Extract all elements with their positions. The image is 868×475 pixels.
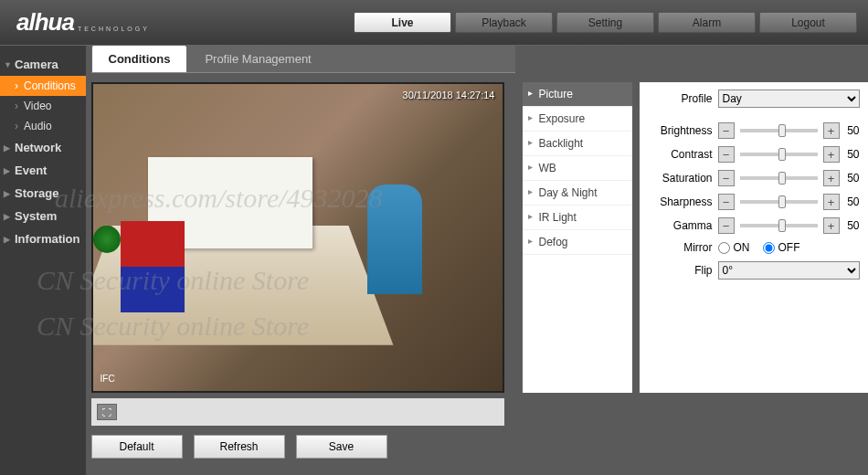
contrast-slider[interactable] <box>740 153 818 156</box>
flip-label: Flip <box>649 264 713 277</box>
sharpness-plus[interactable]: + <box>823 194 840 210</box>
sidebar-storage[interactable]: Storage <box>0 182 86 205</box>
gamma-minus[interactable]: − <box>718 217 735 234</box>
brightness-slider[interactable] <box>740 129 818 132</box>
nav-live[interactable]: Live <box>354 12 451 33</box>
mirror-on[interactable]: ON <box>718 241 750 254</box>
setting-daynight[interactable]: Day & Night <box>523 181 632 206</box>
saturation-value: 50 <box>840 172 860 185</box>
refresh-button[interactable]: Refresh <box>194 435 285 459</box>
sidebar-audio[interactable]: Audio <box>0 116 86 136</box>
logo: alhua <box>16 8 74 37</box>
saturation-slider[interactable] <box>740 176 818 180</box>
saturation-minus[interactable]: − <box>718 170 735 186</box>
saturation-label: Saturation <box>649 172 713 185</box>
brightness-plus[interactable]: + <box>823 122 840 139</box>
contrast-minus[interactable]: − <box>718 146 735 163</box>
settings-list: Picture Exposure Backlight WB Day & Nigh… <box>523 82 632 393</box>
fullscreen-icon[interactable]: ⛶ <box>97 404 117 420</box>
sharpness-value: 50 <box>840 195 860 208</box>
nav-logout[interactable]: Logout <box>759 12 857 33</box>
setting-irlight[interactable]: IR Light <box>523 206 632 230</box>
video-ifc-label: IFC <box>101 374 115 384</box>
sidebar-information[interactable]: Information <box>0 227 86 250</box>
nav-alarm[interactable]: Alarm <box>658 12 756 33</box>
gamma-value: 50 <box>840 219 860 232</box>
setting-exposure[interactable]: Exposure <box>523 107 632 132</box>
top-nav: Live Playback Setting Alarm Logout <box>350 12 857 33</box>
gamma-plus[interactable]: + <box>823 217 840 234</box>
sidebar-system[interactable]: System <box>0 205 86 227</box>
mirror-off[interactable]: OFF <box>763 241 800 254</box>
header: alhua TECHNOLOGY Live Playback Setting A… <box>0 0 868 46</box>
sidebar-network[interactable]: Network <box>0 136 86 159</box>
setting-backlight[interactable]: Backlight <box>523 132 632 156</box>
gamma-slider[interactable] <box>740 224 818 227</box>
brightness-minus[interactable]: − <box>718 122 735 139</box>
save-button[interactable]: Save <box>296 435 387 459</box>
sidebar-video[interactable]: Video <box>0 96 86 116</box>
sidebar-camera[interactable]: Camera <box>0 53 86 76</box>
contrast-value: 50 <box>840 148 860 161</box>
mirror-label: Mirror <box>649 241 713 254</box>
brightness-label: Brightness <box>649 124 713 137</box>
nav-playback[interactable]: Playback <box>455 12 553 33</box>
subtabs: Conditions Profile Management <box>91 46 515 73</box>
default-button[interactable]: Default <box>91 435 183 459</box>
saturation-plus[interactable]: + <box>823 170 840 186</box>
sharpness-minus[interactable]: − <box>718 194 735 210</box>
profile-label: Profile <box>681 92 712 105</box>
brightness-value: 50 <box>840 124 860 137</box>
logo-subtitle: TECHNOLOGY <box>78 26 150 32</box>
contrast-plus[interactable]: + <box>823 146 840 163</box>
gamma-label: Gamma <box>649 219 713 232</box>
setting-wb[interactable]: WB <box>523 156 632 181</box>
flip-select[interactable]: 0° <box>718 261 860 280</box>
subtab-profile-management[interactable]: Profile Management <box>187 45 328 72</box>
video-preview: 30/11/2018 14:27:14 IFC <box>91 82 504 393</box>
nav-setting[interactable]: Setting <box>556 12 654 33</box>
sidebar-event[interactable]: Event <box>0 159 86 182</box>
profile-select[interactable]: Day <box>718 90 860 108</box>
video-toolbar: ⛶ <box>91 398 504 426</box>
picture-settings-panel: Profile Day Brightness − + 50 Contrast −… <box>640 82 869 393</box>
setting-defog[interactable]: Defog <box>523 230 632 255</box>
subtab-conditions[interactable]: Conditions <box>91 45 188 72</box>
video-timestamp: 30/11/2018 14:27:14 <box>403 90 495 100</box>
sharpness-slider[interactable] <box>740 200 818 204</box>
contrast-label: Contrast <box>649 148 713 161</box>
sharpness-label: Sharpness <box>649 195 713 208</box>
sidebar: Camera Conditions Video Audio Network Ev… <box>0 46 86 475</box>
sidebar-conditions[interactable]: Conditions <box>0 76 86 96</box>
setting-picture[interactable]: Picture <box>523 82 632 107</box>
